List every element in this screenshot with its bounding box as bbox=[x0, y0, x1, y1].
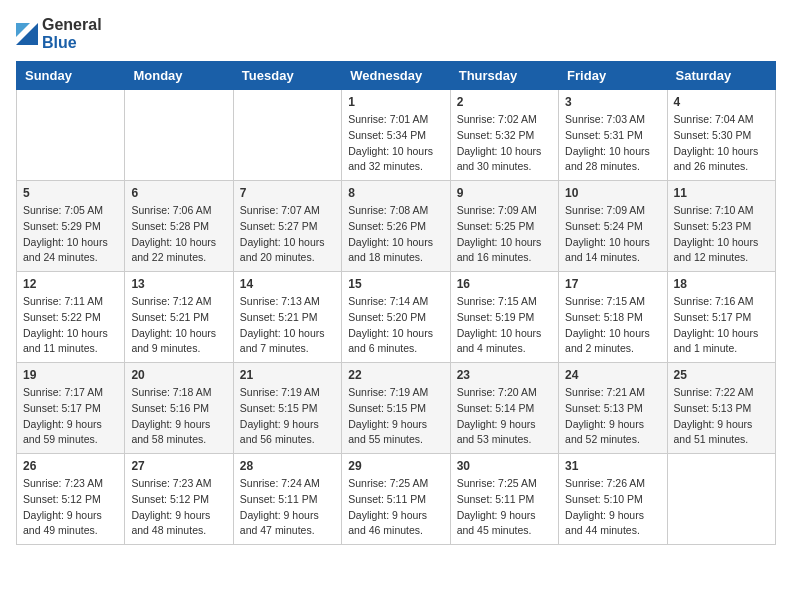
calendar-week-row: 5Sunrise: 7:05 AM Sunset: 5:29 PM Daylig… bbox=[17, 181, 776, 272]
calendar-week-row: 19Sunrise: 7:17 AM Sunset: 5:17 PM Dayli… bbox=[17, 363, 776, 454]
day-info: Sunrise: 7:26 AM Sunset: 5:10 PM Dayligh… bbox=[565, 476, 660, 539]
day-info: Sunrise: 7:22 AM Sunset: 5:13 PM Dayligh… bbox=[674, 385, 769, 448]
day-number: 13 bbox=[131, 277, 226, 291]
calendar-cell: 8Sunrise: 7:08 AM Sunset: 5:26 PM Daylig… bbox=[342, 181, 450, 272]
calendar-cell: 4Sunrise: 7:04 AM Sunset: 5:30 PM Daylig… bbox=[667, 90, 775, 181]
calendar-week-row: 12Sunrise: 7:11 AM Sunset: 5:22 PM Dayli… bbox=[17, 272, 776, 363]
calendar-cell: 11Sunrise: 7:10 AM Sunset: 5:23 PM Dayli… bbox=[667, 181, 775, 272]
day-number: 8 bbox=[348, 186, 443, 200]
calendar-header-friday: Friday bbox=[559, 62, 667, 90]
day-number: 6 bbox=[131, 186, 226, 200]
calendar-cell: 2Sunrise: 7:02 AM Sunset: 5:32 PM Daylig… bbox=[450, 90, 558, 181]
calendar-cell: 12Sunrise: 7:11 AM Sunset: 5:22 PM Dayli… bbox=[17, 272, 125, 363]
calendar-cell: 20Sunrise: 7:18 AM Sunset: 5:16 PM Dayli… bbox=[125, 363, 233, 454]
calendar-header-monday: Monday bbox=[125, 62, 233, 90]
logo-top: General Blue bbox=[16, 16, 102, 51]
calendar-cell bbox=[125, 90, 233, 181]
calendar-cell: 15Sunrise: 7:14 AM Sunset: 5:20 PM Dayli… bbox=[342, 272, 450, 363]
calendar-cell: 1Sunrise: 7:01 AM Sunset: 5:34 PM Daylig… bbox=[342, 90, 450, 181]
day-info: Sunrise: 7:25 AM Sunset: 5:11 PM Dayligh… bbox=[457, 476, 552, 539]
page-header: General Blue bbox=[16, 16, 776, 51]
day-info: Sunrise: 7:06 AM Sunset: 5:28 PM Dayligh… bbox=[131, 203, 226, 266]
calendar-cell: 5Sunrise: 7:05 AM Sunset: 5:29 PM Daylig… bbox=[17, 181, 125, 272]
calendar-cell: 16Sunrise: 7:15 AM Sunset: 5:19 PM Dayli… bbox=[450, 272, 558, 363]
day-number: 24 bbox=[565, 368, 660, 382]
day-number: 10 bbox=[565, 186, 660, 200]
day-info: Sunrise: 7:20 AM Sunset: 5:14 PM Dayligh… bbox=[457, 385, 552, 448]
day-number: 4 bbox=[674, 95, 769, 109]
logo: General Blue bbox=[16, 16, 102, 51]
day-info: Sunrise: 7:09 AM Sunset: 5:24 PM Dayligh… bbox=[565, 203, 660, 266]
day-number: 19 bbox=[23, 368, 118, 382]
day-info: Sunrise: 7:01 AM Sunset: 5:34 PM Dayligh… bbox=[348, 112, 443, 175]
calendar-cell bbox=[17, 90, 125, 181]
day-number: 23 bbox=[457, 368, 552, 382]
calendar-cell: 31Sunrise: 7:26 AM Sunset: 5:10 PM Dayli… bbox=[559, 454, 667, 545]
day-number: 17 bbox=[565, 277, 660, 291]
day-number: 7 bbox=[240, 186, 335, 200]
calendar-cell: 9Sunrise: 7:09 AM Sunset: 5:25 PM Daylig… bbox=[450, 181, 558, 272]
calendar-week-row: 1Sunrise: 7:01 AM Sunset: 5:34 PM Daylig… bbox=[17, 90, 776, 181]
calendar-cell: 26Sunrise: 7:23 AM Sunset: 5:12 PM Dayli… bbox=[17, 454, 125, 545]
day-number: 2 bbox=[457, 95, 552, 109]
calendar-cell: 10Sunrise: 7:09 AM Sunset: 5:24 PM Dayli… bbox=[559, 181, 667, 272]
day-info: Sunrise: 7:18 AM Sunset: 5:16 PM Dayligh… bbox=[131, 385, 226, 448]
calendar-header-sunday: Sunday bbox=[17, 62, 125, 90]
calendar-header-row: SundayMondayTuesdayWednesdayThursdayFrid… bbox=[17, 62, 776, 90]
calendar-cell: 13Sunrise: 7:12 AM Sunset: 5:21 PM Dayli… bbox=[125, 272, 233, 363]
day-info: Sunrise: 7:19 AM Sunset: 5:15 PM Dayligh… bbox=[240, 385, 335, 448]
day-number: 25 bbox=[674, 368, 769, 382]
day-number: 12 bbox=[23, 277, 118, 291]
day-info: Sunrise: 7:04 AM Sunset: 5:30 PM Dayligh… bbox=[674, 112, 769, 175]
logo-text-general: General bbox=[42, 16, 102, 34]
calendar-cell: 28Sunrise: 7:24 AM Sunset: 5:11 PM Dayli… bbox=[233, 454, 341, 545]
logo-text-blue: Blue bbox=[42, 34, 102, 52]
day-info: Sunrise: 7:25 AM Sunset: 5:11 PM Dayligh… bbox=[348, 476, 443, 539]
day-info: Sunrise: 7:07 AM Sunset: 5:27 PM Dayligh… bbox=[240, 203, 335, 266]
day-info: Sunrise: 7:23 AM Sunset: 5:12 PM Dayligh… bbox=[131, 476, 226, 539]
calendar-header-thursday: Thursday bbox=[450, 62, 558, 90]
calendar-cell: 21Sunrise: 7:19 AM Sunset: 5:15 PM Dayli… bbox=[233, 363, 341, 454]
calendar-week-row: 26Sunrise: 7:23 AM Sunset: 5:12 PM Dayli… bbox=[17, 454, 776, 545]
day-number: 5 bbox=[23, 186, 118, 200]
calendar-header-wednesday: Wednesday bbox=[342, 62, 450, 90]
day-info: Sunrise: 7:09 AM Sunset: 5:25 PM Dayligh… bbox=[457, 203, 552, 266]
day-info: Sunrise: 7:11 AM Sunset: 5:22 PM Dayligh… bbox=[23, 294, 118, 357]
day-info: Sunrise: 7:23 AM Sunset: 5:12 PM Dayligh… bbox=[23, 476, 118, 539]
calendar-cell: 18Sunrise: 7:16 AM Sunset: 5:17 PM Dayli… bbox=[667, 272, 775, 363]
calendar-header-saturday: Saturday bbox=[667, 62, 775, 90]
day-number: 3 bbox=[565, 95, 660, 109]
calendar-cell bbox=[233, 90, 341, 181]
day-info: Sunrise: 7:13 AM Sunset: 5:21 PM Dayligh… bbox=[240, 294, 335, 357]
calendar-cell: 22Sunrise: 7:19 AM Sunset: 5:15 PM Dayli… bbox=[342, 363, 450, 454]
calendar-cell: 17Sunrise: 7:15 AM Sunset: 5:18 PM Dayli… bbox=[559, 272, 667, 363]
calendar-cell: 7Sunrise: 7:07 AM Sunset: 5:27 PM Daylig… bbox=[233, 181, 341, 272]
calendar-cell: 30Sunrise: 7:25 AM Sunset: 5:11 PM Dayli… bbox=[450, 454, 558, 545]
day-number: 11 bbox=[674, 186, 769, 200]
day-number: 28 bbox=[240, 459, 335, 473]
day-info: Sunrise: 7:16 AM Sunset: 5:17 PM Dayligh… bbox=[674, 294, 769, 357]
day-number: 16 bbox=[457, 277, 552, 291]
calendar-cell: 19Sunrise: 7:17 AM Sunset: 5:17 PM Dayli… bbox=[17, 363, 125, 454]
calendar-cell: 29Sunrise: 7:25 AM Sunset: 5:11 PM Dayli… bbox=[342, 454, 450, 545]
day-info: Sunrise: 7:21 AM Sunset: 5:13 PM Dayligh… bbox=[565, 385, 660, 448]
calendar-cell bbox=[667, 454, 775, 545]
day-number: 14 bbox=[240, 277, 335, 291]
day-number: 26 bbox=[23, 459, 118, 473]
day-info: Sunrise: 7:02 AM Sunset: 5:32 PM Dayligh… bbox=[457, 112, 552, 175]
day-info: Sunrise: 7:12 AM Sunset: 5:21 PM Dayligh… bbox=[131, 294, 226, 357]
day-info: Sunrise: 7:03 AM Sunset: 5:31 PM Dayligh… bbox=[565, 112, 660, 175]
calendar-cell: 27Sunrise: 7:23 AM Sunset: 5:12 PM Dayli… bbox=[125, 454, 233, 545]
day-number: 21 bbox=[240, 368, 335, 382]
day-number: 31 bbox=[565, 459, 660, 473]
calendar-cell: 23Sunrise: 7:20 AM Sunset: 5:14 PM Dayli… bbox=[450, 363, 558, 454]
day-number: 1 bbox=[348, 95, 443, 109]
day-info: Sunrise: 7:17 AM Sunset: 5:17 PM Dayligh… bbox=[23, 385, 118, 448]
day-info: Sunrise: 7:19 AM Sunset: 5:15 PM Dayligh… bbox=[348, 385, 443, 448]
day-number: 9 bbox=[457, 186, 552, 200]
calendar-cell: 6Sunrise: 7:06 AM Sunset: 5:28 PM Daylig… bbox=[125, 181, 233, 272]
day-number: 18 bbox=[674, 277, 769, 291]
calendar-header-tuesday: Tuesday bbox=[233, 62, 341, 90]
calendar-cell: 25Sunrise: 7:22 AM Sunset: 5:13 PM Dayli… bbox=[667, 363, 775, 454]
day-number: 27 bbox=[131, 459, 226, 473]
